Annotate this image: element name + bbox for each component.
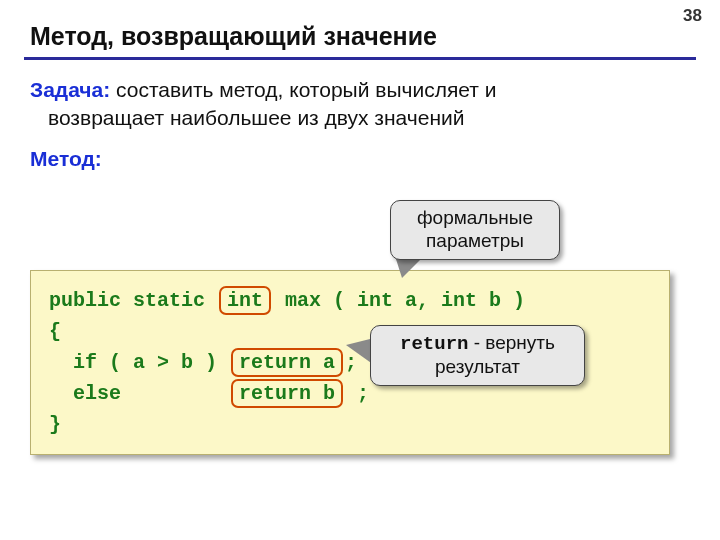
callout-formal-params-line2: параметры bbox=[426, 230, 524, 251]
task-text-2: возвращает наибольшее из двух значений bbox=[30, 104, 690, 132]
method-label: Метод: bbox=[30, 147, 690, 171]
code-line-1: public static int max ( int a, int b ) bbox=[49, 285, 651, 316]
callout-return-mono: return bbox=[400, 333, 468, 355]
code-t: public static bbox=[49, 289, 217, 312]
callout-return-text1: - вернуть bbox=[468, 332, 555, 353]
code-line-5: } bbox=[49, 409, 651, 440]
task-label: Задача: bbox=[30, 78, 110, 101]
task-text-1: составить метод, который вычисляет и bbox=[110, 78, 496, 101]
code-hl-int: int bbox=[219, 286, 271, 315]
code-t: ; bbox=[345, 382, 369, 405]
page-number: 38 bbox=[683, 6, 702, 26]
callout-return-text2: результат bbox=[435, 356, 520, 377]
code-hl-return-b: return b bbox=[231, 379, 343, 408]
code-t: if ( a > b ) bbox=[49, 351, 229, 374]
callout-return: return - вернуть результат bbox=[370, 325, 585, 386]
slide-body: Задача: составить метод, который вычисля… bbox=[0, 60, 720, 171]
callout-formal-params: формальные параметры bbox=[390, 200, 560, 260]
slide-title: Метод, возвращающий значение bbox=[0, 0, 720, 57]
code-hl-return-a: return a bbox=[231, 348, 343, 377]
code-t: max ( int a, int b ) bbox=[273, 289, 525, 312]
callout-formal-params-line1: формальные bbox=[417, 207, 533, 228]
code-t: else bbox=[49, 382, 229, 405]
task-block: Задача: составить метод, который вычисля… bbox=[30, 76, 690, 133]
